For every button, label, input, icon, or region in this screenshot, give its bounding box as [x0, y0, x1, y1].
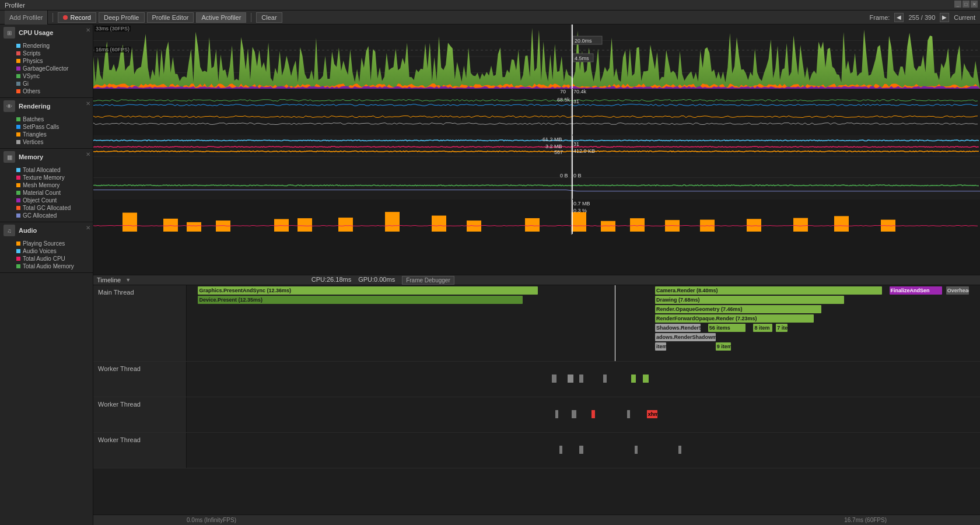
timeline-bar[interactable]: Shadows.RenderShadowmap [655, 324, 701, 332]
color-dot-icon [16, 140, 20, 144]
sidebar-item-setpasscalls[interactable]: SetPass Calls [16, 123, 89, 131]
color-dot-icon [16, 74, 20, 78]
worker-bar[interactable] [568, 374, 573, 383]
worker-bar[interactable] [627, 410, 630, 418]
sidebar-item-totalgcallocated[interactable]: Total GC Allocated [16, 204, 89, 212]
sidebar-item-label: Texture Memory [23, 174, 65, 181]
sidebar-item-others[interactable]: Others [16, 88, 89, 95]
timeline-bar[interactable]: 8 item [753, 324, 772, 332]
timeline-bar[interactable]: Device.Present (12.35ms) [198, 296, 523, 304]
frame-prev-button[interactable]: ◀ [894, 13, 904, 22]
color-dot-icon [16, 206, 20, 210]
sidebar-item-materialcount[interactable]: Material Count [16, 189, 89, 197]
color-dot-icon [16, 66, 20, 71]
color-dot-icon [16, 89, 20, 93]
minimize-button[interactable]: _ [954, 1, 961, 8]
worker-bar[interactable]: xhm [647, 410, 657, 418]
sidebar-section-close-cpu[interactable]: ✕ [86, 27, 90, 33]
timeline-bar[interactable]: RenderForwardOpaque.Render (7.23ms) [655, 314, 814, 323]
color-dot-icon [16, 117, 20, 121]
color-dot-icon [16, 264, 20, 268]
timeline-bar[interactable]: 7 ite [776, 324, 787, 332]
sidebar-item-objectcount[interactable]: Object Count [16, 197, 89, 204]
profile-editor-button[interactable]: Profile Editor [147, 12, 194, 23]
frame-debugger-button[interactable]: Frame Debugger [402, 276, 454, 285]
add-profiler-button[interactable]: Add Profiler [5, 10, 48, 24]
timeline-bar[interactable]: Graphics.PresentAndSync (12.36ms) [198, 286, 538, 295]
sidebar-section-close-audio[interactable]: ✕ [86, 225, 90, 231]
sidebar-item-garbagecollector[interactable]: GarbageCollector [16, 65, 89, 72]
worker-bar[interactable] [579, 446, 583, 454]
worker-bar[interactable] [635, 446, 638, 454]
worker-bar[interactable] [631, 374, 636, 383]
sidebar-item-gcallocated[interactable]: GC Allocated [16, 212, 89, 219]
sidebar-item-batches[interactable]: Batches [16, 116, 89, 123]
sidebar-item-label: Gi [23, 80, 29, 87]
maximize-button[interactable]: □ [963, 1, 970, 8]
timeline-bar[interactable]: item [655, 342, 666, 351]
worker-bar[interactable] [555, 410, 558, 418]
sidebar-item-texturememory[interactable]: Texture Memory [16, 174, 89, 181]
sidebar-item-meshmemory[interactable]: Mesh Memory [16, 181, 89, 189]
sidebar-item-totalaudiomemory[interactable]: Total Audio Memory [16, 262, 89, 270]
timeline-bar[interactable]: adows.RenderShadowmap [655, 333, 716, 341]
cpu-gpu-info: CPU:26.18ms GPU:0.00ms Frame Debugger [312, 276, 454, 285]
sidebar-item-label: Total Audio Memory [23, 263, 74, 270]
worker-bar[interactable] [678, 446, 681, 454]
sidebar-section-header-cpu[interactable]: ⊞CPU Usage✕ [0, 24, 93, 41]
frame-next-button[interactable]: ▶ [940, 13, 949, 22]
sidebar-item-vsync[interactable]: VSync [16, 72, 89, 80]
active-profiler-button[interactable]: Active Profiler [196, 12, 246, 23]
sidebar-section-memory: ▦Memory✕Total AllocatedTexture MemoryMes… [0, 149, 93, 222]
sidebar-item-totalaudiocpu[interactable]: Total Audio CPU [16, 255, 89, 262]
sidebar-section-header-audio[interactable]: ♫Audio✕ [0, 222, 93, 239]
timeline-toggle-button[interactable]: ▼ [125, 277, 131, 283]
color-dot-icon [16, 198, 20, 202]
record-button[interactable]: Record [58, 12, 96, 23]
timeline-footer: 0.0ms (InfinityFPS) 16.7ms (60FPS) [93, 514, 980, 525]
worker-bar[interactable] [579, 374, 583, 383]
timeline-bar[interactable]: Camera.Render (8.40ms) [655, 286, 882, 295]
worker-bar[interactable] [559, 446, 562, 454]
close-button[interactable]: ✕ [971, 1, 978, 8]
worker-bar[interactable] [592, 410, 595, 418]
sidebar-section-close-memory[interactable]: ✕ [86, 151, 90, 158]
color-dot-icon [16, 257, 20, 261]
cpu-top-marker: 33ms (30FPS) [94, 26, 131, 32]
timeline-bar[interactable]: 56 items [708, 324, 746, 332]
sidebar-item-vertices[interactable]: Vertices [16, 138, 89, 146]
deep-profile-button[interactable]: Deep Profile [99, 12, 145, 23]
sidebar-item-scripts[interactable]: Scripts [16, 50, 89, 57]
timeline-bar[interactable]: FinalizeAndSen [890, 286, 943, 295]
charts-scroll[interactable]: 33ms (30FPS) 16ms (60FPS) [93, 24, 980, 275]
timeline-scrubber [615, 285, 615, 361]
sidebar-item-label: GC Allocated [23, 212, 57, 219]
sidebar-item-gi[interactable]: Gi [16, 80, 89, 88]
memory-chart-canvas [93, 135, 980, 200]
sidebar-section-header-rendering[interactable]: 👁Rendering✕ [0, 98, 93, 114]
worker-bar[interactable] [552, 374, 556, 383]
cpu-chart-row: 33ms (30FPS) 16ms (60FPS) [93, 24, 980, 89]
color-dot-icon [16, 191, 20, 195]
sidebar-item-playingsources[interactable]: Playing Sources [16, 240, 89, 247]
app-title: Profiler [5, 2, 25, 9]
sidebar-section-close-rendering[interactable]: ✕ [86, 100, 90, 107]
timeline-header: Timeline ▼ CPU:26.18ms GPU:0.00ms Frame … [93, 275, 980, 285]
timeline-bar[interactable]: Drawing (7.68ms) [655, 296, 844, 304]
timeline-bar[interactable]: Render.OpaqueGeometry (7.46ms) [655, 305, 821, 313]
timeline-bar[interactable]: 9 item [716, 342, 731, 351]
thread-row-worker3: Worker Thread [93, 433, 980, 468]
sidebar-item-rendering[interactable]: Rendering [16, 42, 89, 50]
worker-bar[interactable] [603, 374, 607, 383]
worker-bar[interactable] [572, 410, 576, 418]
sidebar-item-triangles[interactable]: Triangles [16, 131, 89, 138]
clear-button[interactable]: Clear [256, 12, 282, 23]
sidebar-item-physics[interactable]: Physics [16, 57, 89, 65]
worker-bar[interactable] [643, 374, 649, 383]
timeline-content[interactable]: Main Thread Graphics.PresentAndSync (12.… [93, 285, 980, 514]
sidebar-item-totalallocated[interactable]: Total Allocated [16, 166, 89, 174]
sidebar-item-audiovoices[interactable]: Audio Voices [16, 247, 89, 255]
sidebar-section-audio: ♫Audio✕Playing SourcesAudio VoicesTotal … [0, 222, 93, 273]
sidebar-section-header-memory[interactable]: ▦Memory✕ [0, 149, 93, 165]
timeline-bar[interactable]: Overhead [946, 286, 969, 295]
